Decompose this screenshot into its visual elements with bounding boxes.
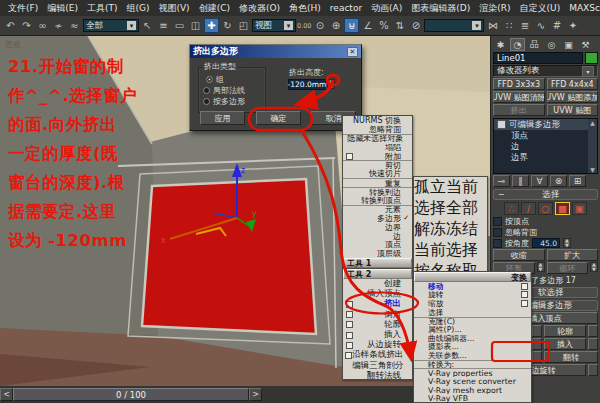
settings-icon[interactable] xyxy=(346,153,353,160)
viewport-label[interactable]: 透视 xyxy=(5,39,21,50)
show-end-result-icon[interactable]: ∥ xyxy=(512,175,529,187)
uvw-map-clear-button[interactable]: UVW 贴图清除 xyxy=(493,91,545,103)
menu-create[interactable]: 创建(C) xyxy=(195,1,234,16)
mirror-icon[interactable]: ⋈ xyxy=(485,18,500,33)
quad-wire-parameters[interactable]: 关联参数... xyxy=(414,351,531,360)
keyboard-shortcut-override-icon[interactable]: ⊘ xyxy=(408,18,423,33)
menu-customize[interactable]: 自定义(U) xyxy=(516,1,565,16)
menu-group[interactable]: 组(G) xyxy=(122,1,153,16)
quad-vertex[interactable]: 顶点✓ xyxy=(343,240,412,249)
modifier-list-dropdown[interactable]: 修改器列表 ▾ xyxy=(493,65,598,77)
quad-vray-vfb[interactable]: V-Ray VFB xyxy=(414,394,531,403)
quad-flip-normals[interactable]: 翻转法线✓ xyxy=(343,371,412,381)
redo-icon[interactable]: ↷ xyxy=(19,18,34,33)
uvw-map-add-button[interactable]: UVW 贴图添加 xyxy=(547,91,599,103)
edge-subobject-icon[interactable]: ∕ xyxy=(521,202,536,215)
extrude-height-field[interactable]: -120.0mm xyxy=(288,79,326,90)
quad-convert-to[interactable]: 转换为: xyxy=(414,360,531,369)
named-selection-sets-dropdown[interactable]: ▾ xyxy=(424,19,484,32)
menu-views[interactable]: 视图(V) xyxy=(154,1,193,16)
border-subobject-icon[interactable]: ○ xyxy=(538,202,553,215)
rectangular-selection-region-icon[interactable]: ▭ xyxy=(172,18,187,33)
settings-icon[interactable] xyxy=(521,283,528,290)
quad-collapse[interactable]: 塌陷✓ xyxy=(343,143,412,152)
select-and-scale-icon[interactable]: ◰ xyxy=(236,18,251,33)
quad-select[interactable]: 选择 xyxy=(414,308,531,317)
ffd-3x3x3-button[interactable]: FFD 3x3x3 xyxy=(493,78,545,90)
select-by-name-icon[interactable]: ≡ xyxy=(156,18,171,33)
use-pivot-point-center-icon[interactable]: ⊙ xyxy=(312,18,327,33)
settings-icon[interactable] xyxy=(346,321,353,328)
extrude-height-spinner[interactable]: ▲▼ xyxy=(327,79,335,89)
settings-icon[interactable] xyxy=(345,352,352,359)
curve-editor-icon[interactable]: ∿ xyxy=(533,18,548,33)
snaps-toggle-icon[interactable]: ⊎ xyxy=(344,18,359,33)
menu-maxscript[interactable]: MAXScript(M) xyxy=(565,2,600,14)
schematic-view-icon[interactable]: # xyxy=(549,18,564,33)
quad-vray-properties[interactable]: V-Ray properties xyxy=(414,368,531,377)
quad-hide-unselected-objects[interactable]: 隐藏未选择对象✓ xyxy=(343,134,412,143)
quad-extrude-along-spline[interactable]: 沿样条线挤出✓ xyxy=(343,350,412,360)
menu-modifiers[interactable]: 修改器(O) xyxy=(235,1,284,16)
dropdown-arrow-icon[interactable]: ▾ xyxy=(127,21,136,30)
quad-create[interactable]: 创建✓ xyxy=(343,279,412,289)
time-slider[interactable]: 0 / 100 xyxy=(13,388,249,401)
quad-vray-mesh-export[interactable]: V-Ray mesh export xyxy=(414,386,531,395)
percent-snap-toggle-icon[interactable]: % xyxy=(376,18,391,33)
stack-edge[interactable]: 边 xyxy=(494,141,597,152)
quad-attach[interactable]: 附加✓ xyxy=(343,152,412,161)
menu-reactor[interactable]: reactor xyxy=(326,2,366,14)
quad-clone[interactable]: 克隆(C) xyxy=(414,317,531,326)
modifier-toggle-icon[interactable] xyxy=(497,120,506,129)
hinge-settings-icon[interactable] xyxy=(588,364,598,376)
inset-button[interactable]: 插入 xyxy=(544,338,586,350)
quad-vray-scene-converter[interactable]: V-Ray scene converter xyxy=(414,377,531,386)
quad-move[interactable]: 移动 xyxy=(414,282,531,291)
selection-rollout-header[interactable]: − 选择 xyxy=(493,189,598,200)
menu-file[interactable]: 文件(F) xyxy=(4,1,42,16)
quad-insert-vertex[interactable]: 插入顶点✓ xyxy=(343,289,412,299)
quad-header-tools2[interactable]: 工具 2 xyxy=(343,269,412,279)
previous-frame-button[interactable]: < xyxy=(0,388,13,401)
radio-dot-icon[interactable] xyxy=(203,87,210,94)
dialog-title-bar[interactable]: 挤出多边形 ✕ xyxy=(190,45,361,58)
modify-tab-icon[interactable]: ◔ xyxy=(510,38,525,51)
inset-settings-icon[interactable] xyxy=(588,338,598,350)
outline-button[interactable]: 轮廓 xyxy=(544,325,586,337)
settings-icon[interactable] xyxy=(346,311,353,318)
dropdown-arrow-icon[interactable]: ▾ xyxy=(284,21,293,30)
settings-icon[interactable] xyxy=(346,342,353,349)
quad-cut[interactable]: 剪切✓ xyxy=(343,160,412,169)
loop-button[interactable]: 循环 xyxy=(547,262,589,274)
outline-settings-icon[interactable] xyxy=(588,325,598,337)
radio-dot-icon[interactable] xyxy=(203,98,210,105)
radio-dot-icon[interactable] xyxy=(206,76,213,83)
window-crossing-toggle-icon[interactable]: ◫ xyxy=(188,18,203,33)
radio-by-polygon[interactable]: 按多边形 xyxy=(203,96,245,107)
utilities-tab-icon[interactable]: ⚒ xyxy=(578,38,593,51)
quad-header-tools1[interactable]: 工具 1 xyxy=(343,258,412,268)
uvw-map-button[interactable]: UVW 贴图 xyxy=(547,104,599,116)
dropdown-arrow-icon[interactable]: ▾ xyxy=(472,21,481,30)
vertex-subobject-icon[interactable]: ∴ xyxy=(504,202,519,215)
radio-group[interactable]: 组 xyxy=(206,74,224,85)
quad-nurms-toggle[interactable]: NURMS 切换✓ xyxy=(343,116,412,125)
spinner-snap-toggle-icon[interactable]: ⇅ xyxy=(392,18,407,33)
quad-repeat-last[interactable]: 重复✓ xyxy=(343,178,412,187)
bevel-settings-icon[interactable] xyxy=(532,338,542,350)
menu-graph-editors[interactable]: 图表编辑器(D) xyxy=(407,1,474,16)
quad-quickslice[interactable]: 快速切片✓ xyxy=(343,169,412,178)
apply-button[interactable]: 应用 xyxy=(200,111,245,125)
quad-inset[interactable]: 插入✓ xyxy=(343,330,412,340)
make-unique-icon[interactable]: ∀ xyxy=(531,175,548,187)
menu-edit[interactable]: 编辑(E) xyxy=(43,1,82,16)
grow-button[interactable]: 扩大 xyxy=(547,249,599,261)
stack-vertex[interactable]: 顶点 xyxy=(494,130,597,141)
quad-scale[interactable]: 缩放 xyxy=(414,299,531,308)
next-frame-button[interactable]: > xyxy=(249,388,262,401)
quad-header-transform[interactable]: 变换 xyxy=(414,272,531,282)
select-and-manipulate-icon[interactable]: ⊕ xyxy=(328,18,343,33)
quad-polygon[interactable]: 多边形✓ xyxy=(343,214,412,223)
menu-rendering[interactable]: 渲染(R) xyxy=(475,1,514,16)
select-and-move-icon[interactable]: ✚ xyxy=(204,18,219,33)
